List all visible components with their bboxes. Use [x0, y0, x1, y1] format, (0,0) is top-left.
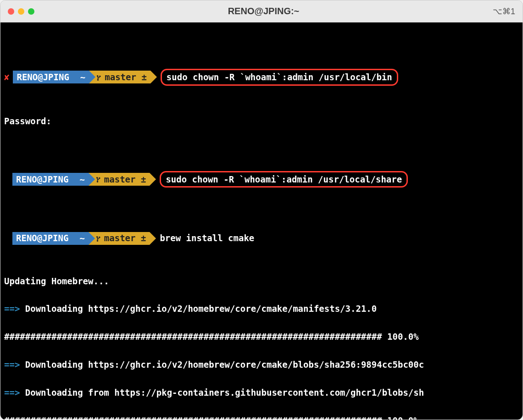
prompt-user-host: RENO@JPING	[12, 173, 72, 186]
close-icon[interactable]	[8, 8, 14, 15]
output-line: ==> Downloading from https://pkg-contain…	[4, 386, 519, 399]
window-shortcut: ⌥⌘1	[493, 6, 515, 17]
window-title: RENO@JPING:~	[34, 6, 493, 17]
command-brew-install: brew install cmake	[160, 231, 254, 245]
minimize-icon[interactable]	[18, 8, 24, 15]
output-line: ==> Downloading https://ghcr.io/v2/homeb…	[4, 302, 519, 315]
prompt-user-host: RENO@JPING	[12, 232, 72, 245]
output-line: ==> Downloading https://ghcr.io/v2/homeb…	[4, 358, 519, 371]
git-branch-icon	[96, 236, 102, 242]
zoom-icon[interactable]	[28, 8, 34, 15]
progress-bar: ########################################…	[4, 330, 519, 343]
error-x-icon: ✘	[4, 70, 9, 84]
prompt-git-branch: master ±	[89, 232, 150, 245]
output-line: Updating Homebrew...	[4, 274, 519, 288]
git-branch-icon	[96, 75, 103, 81]
prompt-git-branch: master ±	[89, 173, 150, 186]
git-branch-icon	[96, 177, 102, 183]
password-prompt: Password:	[4, 114, 519, 128]
prompt-git-branch: master ±	[89, 71, 150, 83]
highlighted-command-1: sudo chown -R `whoami`:admin /usr/local/…	[161, 69, 398, 85]
highlighted-command-2: sudo chown -R `whoami`:admin /usr/local/…	[160, 171, 408, 188]
window-titlebar: RENO@JPING:~ ⌥⌘1	[0, 0, 523, 22]
terminal-content[interactable]: ✘RENO@JPING~master ±sudo chown -R `whoam…	[0, 22, 523, 420]
progress-bar: ########################################…	[4, 414, 519, 420]
prompt-user-host: RENO@JPING	[13, 71, 72, 83]
traffic-lights	[8, 8, 34, 15]
